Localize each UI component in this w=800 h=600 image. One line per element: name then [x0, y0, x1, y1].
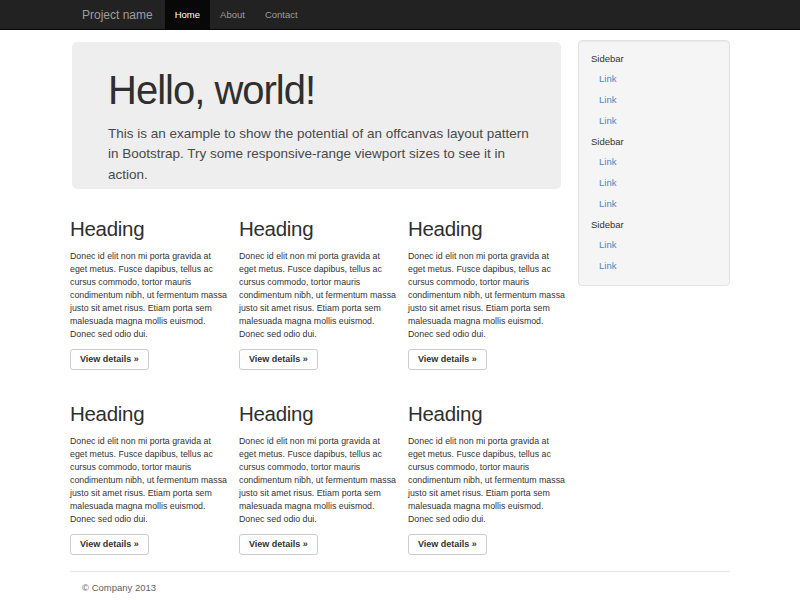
sidebar-link[interactable]: Link	[579, 69, 729, 90]
sidebar-group: Sidebar Link Link	[579, 215, 729, 277]
sidebar-group: Sidebar Link Link Link	[579, 132, 729, 215]
navbar-inner: Project name Home About Contact	[70, 0, 730, 29]
sidebar-link[interactable]: Link	[579, 173, 729, 194]
nav-item-contact[interactable]: Contact	[255, 0, 308, 29]
card-body: Donec id elit non mi porta gravida at eg…	[239, 435, 396, 526]
cards-grid: Heading Donec id elit non mi porta gravi…	[70, 202, 565, 555]
nav-item-about[interactable]: About	[210, 0, 255, 29]
content-card: Heading Donec id elit non mi porta gravi…	[408, 387, 565, 555]
card-heading: Heading	[408, 217, 565, 241]
sidebar-link[interactable]: Link	[579, 194, 729, 215]
sidebar-link[interactable]: Link	[579, 235, 729, 256]
footer: © Company 2013	[70, 582, 730, 593]
content-row: Hello, world! This is an example to show…	[70, 30, 730, 555]
view-details-button[interactable]: View details »	[239, 349, 318, 370]
nav-item-home[interactable]: Home	[165, 0, 210, 29]
main-column: Hello, world! This is an example to show…	[70, 30, 565, 555]
card-heading: Heading	[239, 217, 396, 241]
content-card: Heading Donec id elit non mi porta gravi…	[408, 202, 565, 370]
card-body: Donec id elit non mi porta gravida at eg…	[239, 250, 396, 341]
sidebar-header: Sidebar	[579, 49, 729, 69]
copyright-text: © Company 2013	[82, 582, 730, 593]
brand-link[interactable]: Project name	[70, 0, 165, 29]
jumbotron: Hello, world! This is an example to show…	[72, 42, 561, 189]
card-body: Donec id elit non mi porta gravida at eg…	[408, 435, 565, 526]
card-body: Donec id elit non mi porta gravida at eg…	[70, 435, 227, 526]
footer-divider	[70, 571, 730, 572]
sidebar-link[interactable]: Link	[579, 90, 729, 111]
content-card: Heading Donec id elit non mi porta gravi…	[70, 202, 227, 370]
card-heading: Heading	[408, 402, 565, 426]
navbar: Project name Home About Contact	[0, 0, 800, 30]
sidebar-header: Sidebar	[579, 132, 729, 152]
content-card: Heading Donec id elit non mi porta gravi…	[239, 202, 396, 370]
view-details-button[interactable]: View details »	[408, 534, 487, 555]
page-container: Hello, world! This is an example to show…	[70, 30, 730, 593]
card-body: Donec id elit non mi porta gravida at eg…	[70, 250, 227, 341]
sidebar: Sidebar Link Link Link Sidebar Link Link…	[578, 40, 730, 286]
sidebar-link[interactable]: Link	[579, 111, 729, 132]
sidebar-link[interactable]: Link	[579, 152, 729, 173]
sidebar-link[interactable]: Link	[579, 256, 729, 277]
page-title: Hello, world!	[108, 69, 525, 112]
view-details-button[interactable]: View details »	[239, 534, 318, 555]
sidebar-group: Sidebar Link Link Link	[579, 49, 729, 132]
card-heading: Heading	[70, 402, 227, 426]
card-heading: Heading	[70, 217, 227, 241]
sidebar-header: Sidebar	[579, 215, 729, 235]
card-heading: Heading	[239, 402, 396, 426]
view-details-button[interactable]: View details »	[70, 349, 149, 370]
jumbotron-text: This is an example to show the potential…	[108, 124, 532, 185]
view-details-button[interactable]: View details »	[408, 349, 487, 370]
content-card: Heading Donec id elit non mi porta gravi…	[70, 387, 227, 555]
card-body: Donec id elit non mi porta gravida at eg…	[408, 250, 565, 341]
view-details-button[interactable]: View details »	[70, 534, 149, 555]
content-card: Heading Donec id elit non mi porta gravi…	[239, 387, 396, 555]
